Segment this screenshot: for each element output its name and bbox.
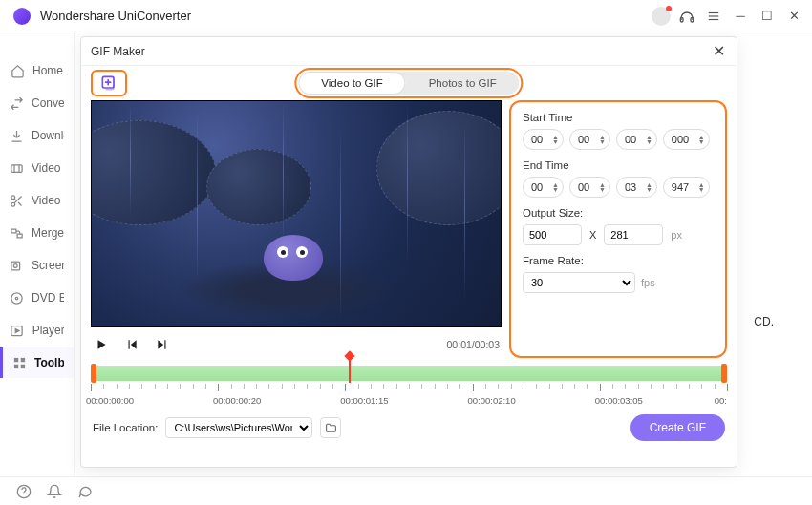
account-avatar-icon[interactable] bbox=[652, 7, 671, 26]
frame-rate-select[interactable]: 30 bbox=[523, 272, 635, 293]
output-size-label: Output Size: bbox=[523, 207, 714, 219]
sidebar-item-label: Video C... bbox=[32, 161, 64, 175]
svg-rect-5 bbox=[11, 164, 22, 172]
stepper-arrows-icon[interactable]: ▲▼ bbox=[599, 182, 606, 192]
output-height-input[interactable] bbox=[604, 224, 663, 245]
open-folder-button[interactable] bbox=[320, 417, 341, 438]
scissors-icon bbox=[10, 193, 24, 208]
end-ms-stepper[interactable]: 947▲▼ bbox=[663, 177, 710, 198]
svg-rect-15 bbox=[14, 357, 18, 361]
bottombar bbox=[0, 476, 812, 505]
svg-rect-8 bbox=[11, 229, 16, 233]
support-icon[interactable] bbox=[676, 6, 697, 27]
sidebar-item-player[interactable]: Player bbox=[0, 315, 74, 346]
tick-label: 00:00:02:10 bbox=[467, 395, 515, 406]
add-media-button[interactable] bbox=[91, 70, 127, 96]
svg-point-11 bbox=[13, 263, 17, 267]
svg-rect-17 bbox=[14, 364, 18, 368]
sidebar-item-dvd[interactable]: DVD Bur... bbox=[0, 283, 74, 313]
start-time-label: Start Time bbox=[523, 112, 714, 123]
bell-icon[interactable] bbox=[46, 483, 63, 500]
trim-timeline[interactable] bbox=[91, 364, 727, 383]
tick-label: 00:00:00:20 bbox=[213, 395, 261, 406]
sidebar-item-label: DVD Bur... bbox=[32, 291, 64, 305]
play-square-icon bbox=[10, 323, 25, 338]
start-ms-stepper[interactable]: 000▲▼ bbox=[663, 129, 710, 150]
disc-icon bbox=[10, 290, 24, 305]
frame-rate-label: Frame Rate: bbox=[523, 255, 714, 266]
sidebar-item-label: Home bbox=[32, 64, 63, 77]
home-icon bbox=[10, 63, 25, 78]
download-icon bbox=[10, 128, 24, 143]
sidebar-item-label: Player bbox=[32, 324, 64, 337]
sidebar-item-toolbox[interactable]: Toolbox bbox=[0, 347, 74, 378]
play-button[interactable] bbox=[93, 336, 110, 353]
gif-maker-modal: GIF Maker ✕ Video to GIF Photos to GIF bbox=[80, 36, 737, 468]
close-icon[interactable]: ✕ bbox=[710, 43, 727, 60]
start-minute-stepper[interactable]: 00▲▼ bbox=[569, 129, 610, 150]
svg-rect-16 bbox=[21, 357, 25, 361]
sidebar-item-label: Screen R... bbox=[32, 259, 64, 272]
end-hour-stepper[interactable]: 00▲▼ bbox=[523, 177, 564, 198]
gif-settings-panel: Start Time 00▲▼ 00▲▼ 00▲▼ 000▲▼ End Time… bbox=[509, 100, 727, 358]
feedback-icon[interactable] bbox=[76, 483, 94, 500]
menu-icon[interactable] bbox=[703, 6, 724, 27]
tab-label: Photos to GIF bbox=[429, 77, 497, 89]
merge-icon bbox=[10, 225, 24, 241]
sidebar-item-label: Merger bbox=[32, 226, 64, 240]
file-location-label: File Location: bbox=[93, 422, 158, 433]
sidebar-item-label: Convert... bbox=[32, 96, 64, 110]
sidebar-item-merger[interactable]: Merger bbox=[0, 218, 74, 248]
partial-cd-label: CD. bbox=[754, 315, 774, 328]
convert-icon bbox=[10, 95, 24, 111]
sidebar-item-editor[interactable]: Video Ed... bbox=[0, 185, 74, 216]
file-location-select[interactable]: C:\Users\ws\Pictures\Wonders bbox=[165, 417, 312, 438]
trim-handle-start[interactable] bbox=[91, 364, 96, 383]
stepper-arrows-icon[interactable]: ▲▼ bbox=[552, 182, 559, 192]
svg-point-12 bbox=[11, 292, 22, 303]
tab-video-to-gif[interactable]: Video to GIF bbox=[298, 72, 405, 95]
trim-handle-end[interactable] bbox=[721, 364, 727, 383]
sidebar-item-downloader[interactable]: Downlo... bbox=[0, 120, 74, 151]
size-separator: X bbox=[589, 229, 596, 241]
app-logo-icon bbox=[13, 8, 31, 25]
sidebar-item-label: Video Ed... bbox=[32, 194, 64, 207]
window-close-button[interactable]: ✕ bbox=[783, 6, 804, 27]
prev-frame-button[interactable] bbox=[123, 336, 140, 353]
fps-unit: fps bbox=[641, 277, 655, 288]
mode-tab-highlight: Video to GIF Photos to GIF bbox=[294, 68, 523, 98]
video-preview[interactable] bbox=[91, 100, 502, 327]
end-time-label: End Time bbox=[523, 159, 714, 171]
start-hour-stepper[interactable]: 00▲▼ bbox=[523, 129, 564, 150]
svg-point-13 bbox=[15, 297, 18, 300]
stepper-arrows-icon[interactable]: ▲▼ bbox=[698, 182, 705, 192]
playback-time: 00:01/00:03 bbox=[447, 339, 500, 350]
stepper-arrows-icon[interactable]: ▲▼ bbox=[646, 182, 652, 192]
output-width-input[interactable] bbox=[523, 224, 582, 245]
sidebar-item-compressor[interactable]: Video C... bbox=[0, 153, 74, 183]
sidebar-item-label: Toolbox bbox=[34, 356, 64, 369]
record-icon bbox=[10, 258, 24, 273]
tab-label: Video to GIF bbox=[321, 77, 382, 89]
end-minute-stepper[interactable]: 00▲▼ bbox=[569, 177, 610, 198]
next-frame-button[interactable] bbox=[154, 336, 171, 353]
create-gif-button[interactable]: Create GIF bbox=[630, 414, 725, 441]
playhead[interactable] bbox=[349, 356, 351, 383]
svg-rect-10 bbox=[11, 262, 20, 270]
tab-photos-to-gif[interactable]: Photos to GIF bbox=[406, 72, 520, 95]
start-second-stepper[interactable]: 00▲▼ bbox=[616, 129, 657, 150]
stepper-arrows-icon[interactable]: ▲▼ bbox=[698, 135, 705, 144]
sidebar-item-converter[interactable]: Convert... bbox=[0, 88, 74, 118]
window-minimize-button[interactable]: ─ bbox=[730, 6, 751, 27]
help-icon[interactable] bbox=[15, 483, 32, 500]
app-title: Wondershare UniConverter bbox=[40, 9, 191, 23]
sidebar-item-recorder[interactable]: Screen R... bbox=[0, 250, 74, 281]
svg-point-7 bbox=[11, 202, 15, 206]
stepper-arrows-icon[interactable]: ▲▼ bbox=[552, 135, 559, 144]
end-second-stepper[interactable]: 03▲▼ bbox=[616, 177, 657, 198]
titlebar: Wondershare UniConverter ─ ☐ ✕ bbox=[0, 0, 812, 32]
window-maximize-button[interactable]: ☐ bbox=[757, 6, 778, 27]
stepper-arrows-icon[interactable]: ▲▼ bbox=[646, 135, 652, 144]
sidebar-item-home[interactable]: Home bbox=[0, 55, 74, 86]
stepper-arrows-icon[interactable]: ▲▼ bbox=[599, 135, 606, 144]
